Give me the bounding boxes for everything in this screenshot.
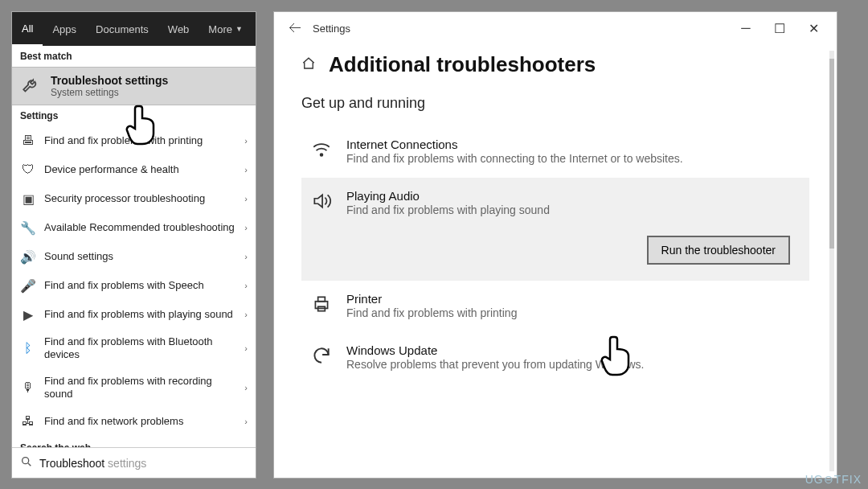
search-input[interactable]: Troubleshoot settings (39, 457, 146, 470)
tab-web[interactable]: Web (158, 12, 199, 46)
svg-rect-4 (318, 297, 326, 301)
list-item[interactable]: ▣Security processor troubleshooting› (12, 184, 256, 213)
tab-more[interactable]: More▼ (199, 12, 252, 46)
list-item[interactable]: 🔊Sound settings› (12, 242, 256, 271)
watermark: UG⊖TFIX (805, 473, 862, 486)
list-item[interactable]: 🎤Find and fix problems with Speech› (12, 271, 256, 300)
scrollbar-thumb[interactable] (829, 59, 834, 248)
list-item[interactable]: 🛡Device performance & health› (12, 155, 256, 184)
list-item[interactable]: 🖶Find and fix problems with printing› (12, 126, 256, 155)
back-button[interactable]: 🡠 (280, 21, 309, 35)
wifi-icon (309, 138, 334, 166)
svg-point-2 (321, 154, 323, 156)
troubleshooter-internet[interactable]: Internet ConnectionsFind and fix problem… (301, 126, 809, 178)
search-input-row: Troubleshoot settings (12, 447, 256, 478)
best-match-label: Best match (12, 46, 256, 67)
update-icon (309, 343, 334, 372)
svg-point-0 (23, 457, 29, 463)
chevron-right-icon: › (244, 417, 248, 426)
best-match-title: Troubleshoot settings (51, 74, 168, 87)
network-icon: 🖧 (20, 413, 36, 429)
wrench-icon (20, 75, 43, 97)
close-button[interactable]: ✕ (796, 16, 830, 40)
chevron-right-icon: › (244, 252, 248, 261)
section-heading: Get up and running (301, 95, 809, 112)
list-item[interactable]: ᛒFind and fix problems with Bluetooth de… (12, 329, 256, 368)
list-item[interactable]: 🖧Find and fix network problems› (12, 407, 256, 436)
tab-all[interactable]: All (12, 12, 43, 46)
speaker-icon: 🔊 (20, 249, 36, 265)
page-heading: Additional troubleshooters (329, 52, 596, 77)
record-icon: 🎙 (20, 380, 36, 396)
chevron-right-icon: › (244, 165, 248, 175)
chevron-right-icon: › (244, 194, 248, 203)
maximize-button[interactable]: ☐ (763, 16, 796, 40)
audio-icon: ▶ (20, 306, 36, 323)
search-icon (20, 455, 33, 471)
printer-icon (309, 292, 334, 321)
titlebar: 🡠 Settings ─ ☐ ✕ (274, 12, 837, 44)
search-web-label: Search the web (12, 436, 256, 447)
speaker-icon (309, 189, 334, 218)
settings-content: Additional troubleshooters Get up and ru… (274, 44, 837, 384)
troubleshooter-printer[interactable]: PrinterFind and fix problems with printi… (301, 281, 809, 332)
troubleshooter-update[interactable]: Windows UpdateResolve problems that prev… (301, 332, 809, 384)
home-icon[interactable] (301, 56, 317, 74)
settings-label: Settings (12, 105, 256, 126)
chip-icon: ▣ (20, 191, 36, 207)
printer-icon: 🖶 (20, 133, 36, 149)
search-panel: All Apps Documents Web More▼ Best match … (11, 11, 256, 479)
minimize-button[interactable]: ─ (729, 16, 763, 40)
chevron-right-icon: › (244, 383, 248, 392)
list-item[interactable]: 🎙Find and fix problems with recording so… (12, 368, 256, 408)
svg-rect-3 (315, 302, 327, 309)
tab-documents[interactable]: Documents (86, 12, 158, 46)
list-item[interactable]: ▶Find and fix problems with playing soun… (12, 300, 256, 329)
chevron-right-icon: › (244, 281, 248, 290)
run-troubleshooter-button[interactable]: Run the troubleshooter (647, 236, 790, 265)
svg-line-1 (28, 463, 31, 466)
chevron-right-icon: › (244, 223, 248, 232)
troubleshooter-audio[interactable]: Playing AudioFind and fix problems with … (301, 178, 809, 229)
search-results-list: 🖶Find and fix problems with printing› 🛡D… (12, 126, 256, 447)
best-match-result[interactable]: Troubleshoot settings System settings (12, 67, 256, 105)
chevron-right-icon: › (244, 310, 248, 319)
list-item[interactable]: 🔧Available Recommended troubleshooting› (12, 213, 256, 242)
chevron-right-icon: › (244, 136, 248, 146)
chevron-right-icon: › (244, 343, 248, 353)
mic-icon: 🎤 (20, 277, 36, 294)
tab-apps[interactable]: Apps (43, 12, 86, 46)
window-title: Settings (313, 23, 350, 35)
settings-window: 🡠 Settings ─ ☐ ✕ Additional troubleshoot… (273, 11, 837, 479)
search-tabbar: All Apps Documents Web More▼ (12, 12, 256, 46)
chevron-down-icon: ▼ (235, 25, 243, 33)
shield-icon: 🛡 (20, 162, 36, 178)
bluetooth-icon: ᛒ (20, 340, 36, 356)
wrench-icon: 🔧 (20, 220, 36, 236)
best-match-subtitle: System settings (51, 87, 168, 98)
scrollbar[interactable] (829, 51, 834, 471)
